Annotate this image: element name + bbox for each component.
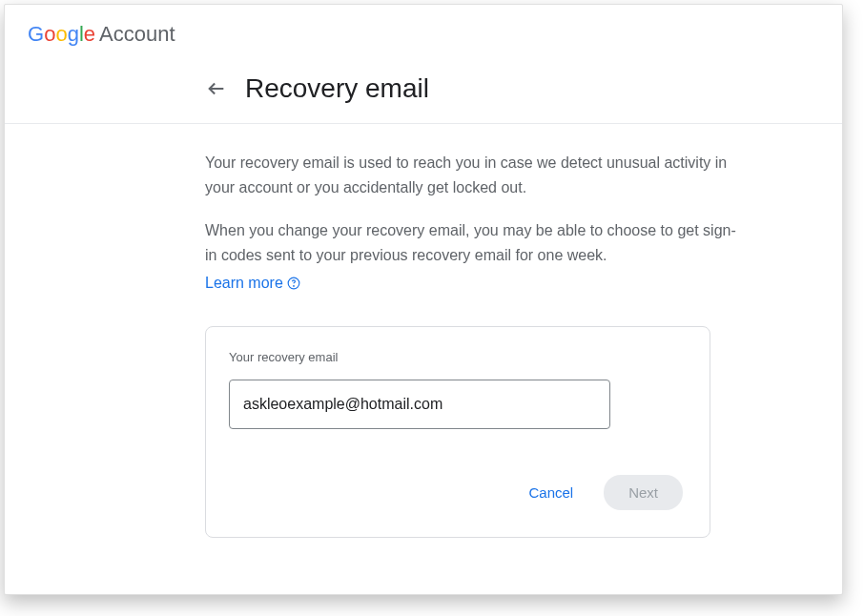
description-2: When you change your recovery email, you…: [205, 218, 739, 267]
account-label: Account: [99, 22, 175, 47]
description-1: Your recovery email is used to reach you…: [205, 151, 739, 199]
content: Your recovery email is used to reach you…: [205, 124, 739, 538]
title-row: Recovery email: [205, 60, 842, 123]
next-button[interactable]: Next: [604, 475, 683, 510]
email-input-label: Your recovery email: [229, 350, 687, 364]
svg-point-2: [293, 286, 294, 287]
help-circle-icon: [287, 277, 300, 290]
learn-more-link[interactable]: Learn more: [205, 275, 300, 292]
cancel-button[interactable]: Cancel: [517, 477, 585, 508]
recovery-email-input[interactable]: [229, 380, 610, 429]
back-arrow-icon[interactable]: [205, 77, 228, 100]
header: Google Account: [5, 5, 842, 60]
learn-more-text: Learn more: [205, 275, 283, 292]
button-row: Cancel Next: [229, 475, 687, 510]
page-title: Recovery email: [245, 73, 429, 104]
recovery-email-card: Your recovery email Cancel Next: [205, 326, 710, 538]
google-logo: Google Account: [28, 22, 175, 47]
